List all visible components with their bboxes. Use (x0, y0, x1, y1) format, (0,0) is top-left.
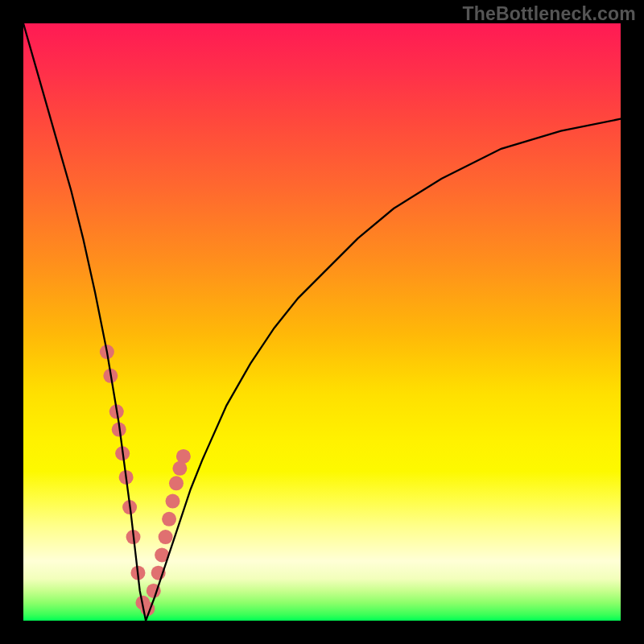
marker-dot (166, 494, 180, 509)
marker-dot (162, 512, 176, 526)
watermark-text: TheBottleneck.com (462, 3, 636, 25)
chart-stage: TheBottleneck.com (0, 0, 644, 644)
marker-dot (169, 476, 184, 490)
marker-dot (176, 449, 191, 464)
curve-svg (23, 23, 621, 621)
plot-area (23, 23, 621, 621)
marker-dot (159, 530, 173, 544)
bottleneck-curve (23, 23, 621, 621)
